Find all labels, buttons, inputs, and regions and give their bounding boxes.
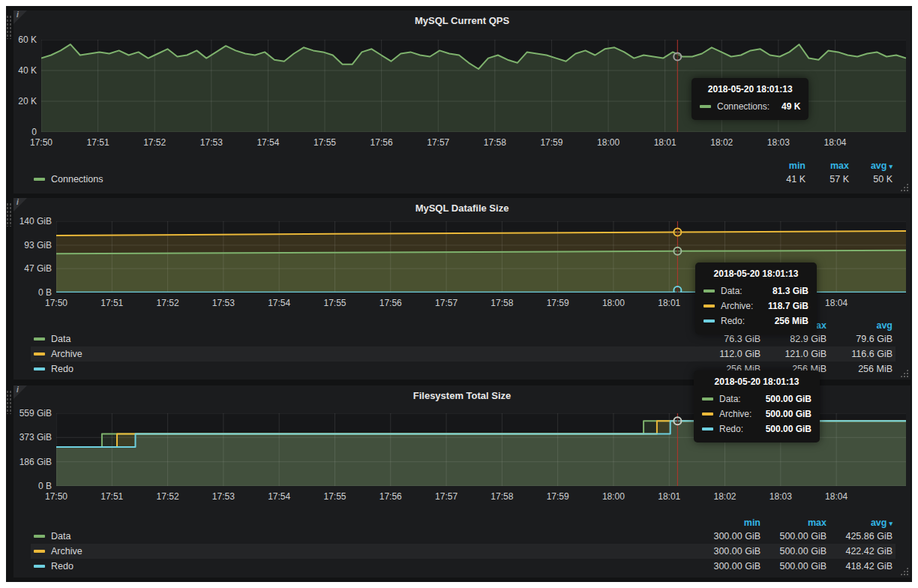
- panel-drag-handle[interactable]: [6, 202, 13, 226]
- tooltip-series-value: 500.00 GiB: [754, 394, 812, 404]
- x-axis-label: 18:03: [760, 137, 796, 148]
- tooltip-series-color: [704, 290, 715, 292]
- legend-stat-max: 500.00 GiB: [760, 531, 826, 542]
- legend-stat-min: 112.0 GiB: [694, 349, 760, 359]
- legend-series-color: [34, 565, 45, 568]
- legend-stat-min: 300.00 GiB: [694, 531, 760, 542]
- legend-stat-header-avg[interactable]: avg▾: [849, 160, 892, 171]
- x-axis-label: 17:53: [206, 298, 242, 308]
- tooltip-series-name: Data:: [719, 394, 741, 404]
- legend-row-archive: Archive300.00 GiB500.00 GiB422.42 GiB: [31, 544, 896, 559]
- legend-stat-header-avg[interactable]: avg▾: [826, 518, 892, 528]
- chart-tooltip: 2018-05-20 18:01:13 Data:81.3 GiBArchive…: [695, 262, 817, 334]
- x-axis-label: 17:50: [23, 137, 59, 148]
- y-axis-label: 40 K: [0, 65, 37, 76]
- y-axis-label: 140 GiB: [13, 216, 52, 226]
- tooltip-series-value: 500.00 GiB: [754, 409, 812, 419]
- x-axis-label: 17:54: [261, 298, 297, 308]
- y-axis-label: 60 K: [0, 34, 37, 45]
- panel-resize-handle[interactable]: [900, 183, 908, 191]
- x-axis-label: 17:56: [373, 298, 409, 308]
- tooltip-series-row: Connections:49 K: [700, 99, 800, 114]
- x-axis-label: 17:52: [136, 137, 172, 148]
- x-axis-label: 17:51: [80, 137, 116, 148]
- x-axis-label: 18:01: [647, 137, 683, 148]
- legend-series-toggle[interactable]: Data: [34, 334, 70, 344]
- legend-row-redo: Redo300.00 GiB500.00 GiB418.42 GiB: [31, 559, 896, 574]
- x-axis-label: 17:59: [540, 491, 576, 502]
- legend-stat-max: 82.9 GiB: [760, 334, 826, 344]
- x-axis-label: 17:51: [94, 298, 130, 308]
- legend-series-toggle[interactable]: Connections: [34, 174, 104, 184]
- x-axis-label: 18:02: [707, 491, 743, 502]
- legend-series-label: Data: [51, 334, 70, 344]
- panel-drag-handle[interactable]: [6, 390, 13, 414]
- legend-stat-avg: 422.42 GiB: [826, 546, 892, 556]
- legend-series-label: Redo: [51, 364, 74, 374]
- x-axis-label: 17:53: [194, 137, 230, 148]
- tooltip-series-row: Redo:500.00 GiB: [702, 422, 812, 436]
- x-axis-label: 17:58: [484, 491, 520, 502]
- legend-series-color: [34, 550, 45, 553]
- panel-title[interactable]: MySQL Datafile Size: [14, 202, 910, 214]
- tooltip-series-color: [704, 320, 715, 322]
- legend-row-connections: Connections41 K57 K50 K: [31, 172, 896, 187]
- tooltip-timestamp: 2018-05-20 18:01:13: [700, 84, 800, 94]
- tooltip-series-color: [702, 398, 713, 400]
- panel-resize-handle[interactable]: [900, 567, 908, 575]
- tooltip-series-row: Redo:256 MiB: [704, 314, 808, 328]
- tooltip-series-name: Redo:: [721, 316, 745, 326]
- legend-series-color: [34, 368, 45, 370]
- tooltip-series-name: Data:: [721, 286, 742, 296]
- legend-stat-header-min[interactable]: min: [762, 160, 806, 171]
- tooltip-series-row: Archive:500.00 GiB: [702, 406, 812, 422]
- tooltip-series-row: Data:81.3 GiB: [704, 284, 808, 298]
- tooltip-series-name: Archive:: [719, 409, 752, 419]
- x-axis-label: 17:54: [261, 491, 297, 502]
- legend-stat-avg: 79.6 GiB: [826, 334, 892, 344]
- legend-stat-header-avg[interactable]: avg: [826, 320, 892, 331]
- legend-stat-max: 500.00 GiB: [760, 561, 826, 572]
- x-axis-label: 18:04: [818, 298, 854, 308]
- chart-tooltip: 2018-05-20 18:01:13 Connections:49 K: [692, 78, 808, 120]
- tooltip-series-row: Archive:118.7 GiB: [704, 298, 808, 314]
- y-axis-label: 20 K: [0, 96, 37, 106]
- x-axis-label: 17:55: [307, 137, 343, 148]
- x-axis-label: 17:58: [477, 137, 513, 148]
- legend-series-toggle[interactable]: Archive: [34, 349, 82, 359]
- tooltip-series-value: 49 K: [770, 101, 800, 112]
- legend-series-toggle[interactable]: Archive: [34, 546, 82, 556]
- sort-caret-icon: ▾: [889, 163, 892, 170]
- x-axis-label: 17:55: [316, 491, 352, 502]
- y-axis-label: 373 GiB: [13, 432, 52, 442]
- y-axis-label: 93 GiB: [13, 240, 52, 250]
- legend: minmaxavg▾Connections41 K57 K50 K: [31, 159, 896, 187]
- legend-stat-avg: 116.6 GiB: [826, 349, 892, 359]
- legend-row-archive: Archive112.0 GiB121.0 GiB116.6 GiB: [31, 346, 896, 362]
- grafana-dashboard: i MySQL Current QPS minmaxavg▾Connection…: [0, 0, 918, 588]
- chart-tooltip: 2018-05-20 18:01:13 Data:500.00 GiBArchi…: [694, 370, 820, 442]
- x-axis-label: 17:59: [540, 298, 576, 308]
- legend-stat-header-max[interactable]: max: [806, 160, 849, 171]
- legend-stat-header-max[interactable]: max: [760, 518, 826, 528]
- x-axis-label: 17:56: [364, 137, 400, 148]
- y-axis-label: 47 GiB: [13, 263, 52, 274]
- panel-resize-handle[interactable]: [900, 369, 908, 377]
- x-axis-label: 17:57: [420, 137, 456, 148]
- x-axis-label: 17:50: [38, 491, 74, 502]
- tooltip-series-color: [700, 105, 711, 108]
- panel-title[interactable]: MySQL Current QPS: [14, 15, 910, 26]
- legend-series-color: [34, 338, 45, 340]
- x-axis-label: 18:04: [818, 491, 854, 502]
- legend-stat-header-min[interactable]: min: [694, 518, 760, 528]
- legend-series-toggle[interactable]: Redo: [34, 364, 74, 374]
- legend-stat-avg: 418.42 GiB: [826, 561, 892, 572]
- x-axis-label: 17:54: [250, 137, 286, 148]
- legend-series-label: Archive: [51, 349, 82, 359]
- legend-series-toggle[interactable]: Data: [34, 531, 70, 542]
- legend-series-toggle[interactable]: Redo: [34, 561, 74, 572]
- legend-series-label: Redo: [51, 561, 74, 572]
- x-axis-label: 18:00: [596, 298, 632, 308]
- legend-row-data: Data300.00 GiB500.00 GiB425.86 GiB: [31, 529, 896, 544]
- tooltip-timestamp: 2018-05-20 18:01:13: [704, 268, 808, 279]
